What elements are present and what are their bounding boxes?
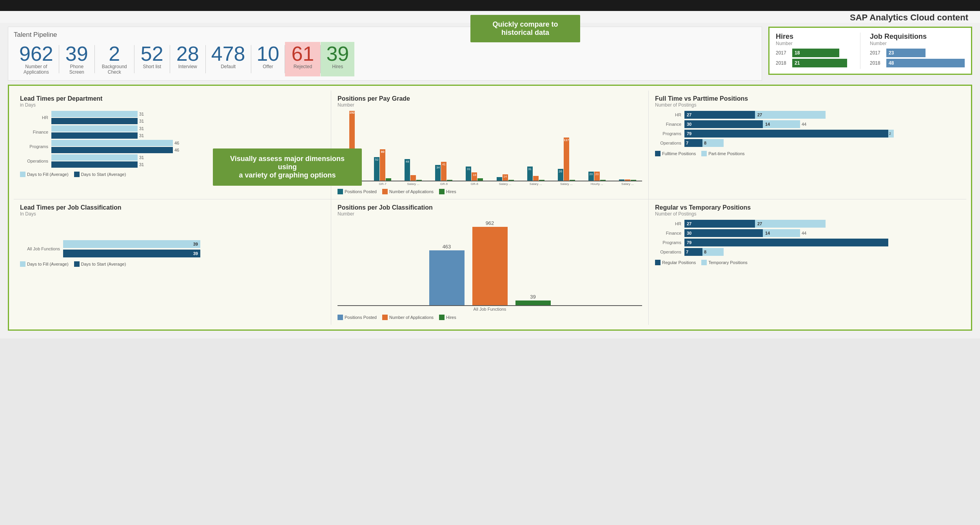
top-bar bbox=[0, 0, 980, 11]
pipeline-item-applications: 962 Number ofApplications bbox=[14, 42, 59, 76]
pipeline-item-shortlist: 52 Short list bbox=[134, 42, 170, 76]
talent-pipeline-title: Talent Pipeline bbox=[14, 31, 756, 39]
pipeline-item-hires: 39 Hires bbox=[321, 42, 354, 76]
pipeline-item-interview: 28 Interview bbox=[170, 42, 205, 76]
pipeline-item-background: 2 BackgroundCheck bbox=[95, 42, 134, 76]
chart-positions-job-class: Positions per Job Classification Number … bbox=[331, 199, 649, 325]
pipeline-item-rejected: 61 Rejected bbox=[285, 42, 320, 76]
chart-title-lead-dept: Lead Times per Department bbox=[20, 95, 325, 102]
charts-outer: Visually assess major dimensions usinga … bbox=[8, 85, 972, 331]
sap-title: SAP Analytics Cloud content bbox=[850, 13, 968, 23]
tooltip-visual: Visually assess major dimensions usinga … bbox=[213, 148, 362, 186]
pipeline-item-default: 478 Default bbox=[206, 42, 251, 76]
pipeline-item-phone: 39 PhoneScreen bbox=[59, 42, 94, 76]
hires-jobreq-box: Hires Number 2017 18 2018 21 Job Requisi… bbox=[768, 27, 972, 75]
chart-positions-pay-grade: Positions per Pay Grade Number 52 192 bbox=[331, 91, 649, 199]
job-req-section: Job Requisitions Number 2017 23 2018 48 bbox=[870, 33, 965, 69]
chart-lead-times-job: Lead Times per Job Classification In Day… bbox=[14, 199, 331, 325]
tooltip-compare: Quickly compare to historical data bbox=[470, 15, 580, 42]
chart-regular-temporary: Regular vs Temporary Positions Number of… bbox=[649, 199, 966, 325]
chart-fulltime-parttime: Full Time vs Parttime Positions Number o… bbox=[649, 91, 966, 199]
hires-section: Hires Number 2017 18 2018 21 bbox=[776, 33, 851, 69]
pipeline-item-offer: 10 Offer bbox=[251, 42, 285, 76]
